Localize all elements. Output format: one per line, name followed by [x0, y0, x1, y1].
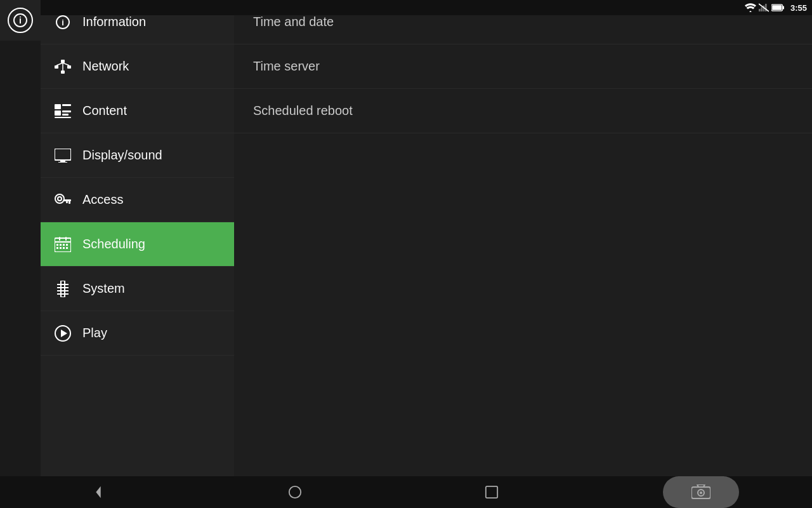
svg-line-16	[56, 63, 63, 65]
svg-rect-49	[57, 293, 69, 295]
sidebar-label-access: Access	[82, 192, 123, 207]
svg-rect-31	[69, 201, 70, 204]
key-icon	[53, 190, 72, 210]
info-icon: i	[53, 13, 72, 32]
svg-point-28	[55, 194, 64, 203]
svg-rect-7	[772, 5, 782, 10]
main-container: i Information Network	[41, 0, 812, 476]
svg-rect-35	[59, 237, 60, 241]
svg-text:i: i	[19, 15, 22, 25]
svg-rect-19	[55, 104, 61, 109]
svg-marker-51	[61, 330, 67, 337]
calendar-icon	[53, 235, 72, 254]
battery-icon	[771, 4, 784, 11]
svg-rect-6	[782, 6, 784, 10]
signal-icon	[759, 3, 769, 12]
play-icon	[53, 324, 72, 343]
svg-point-29	[58, 197, 62, 201]
sidebar-item-access[interactable]: Access	[41, 178, 234, 222]
svg-rect-25	[55, 149, 71, 160]
sidebar-label-display-sound: Display/sound	[82, 148, 162, 163]
sidebar-label-scheduling: Scheduling	[82, 237, 145, 251]
content-area: Time and date Time server Scheduled rebo…	[234, 0, 812, 476]
svg-text:i: i	[62, 18, 64, 27]
svg-rect-21	[55, 110, 61, 116]
sidebar-label-content: Content	[82, 104, 127, 118]
network-icon	[53, 57, 72, 76]
nav-back-button[interactable]	[73, 476, 124, 508]
sidebar-item-system[interactable]: System	[41, 267, 234, 311]
back-arrow-icon: i	[13, 13, 28, 28]
wifi-icon	[745, 3, 756, 12]
sidebar: i Information Network	[41, 0, 234, 476]
content-item-time-server[interactable]: Time server	[234, 44, 812, 89]
content-label-time-server: Time server	[253, 59, 320, 74]
content-label-scheduled-reboot: Scheduled reboot	[253, 104, 353, 118]
svg-rect-24	[55, 117, 71, 118]
svg-rect-42	[60, 247, 62, 249]
nav-camera-button[interactable]	[663, 476, 739, 508]
sidebar-item-display-sound[interactable]: Display/sound	[41, 133, 234, 178]
back-button[interactable]: i	[0, 0, 41, 41]
svg-rect-36	[65, 237, 67, 241]
content-item-scheduled-reboot[interactable]: Scheduled reboot	[234, 89, 812, 133]
status-bar: 3:55	[0, 0, 812, 15]
svg-rect-39	[63, 244, 65, 246]
back-circle-icon: i	[8, 8, 33, 33]
svg-rect-32	[66, 201, 68, 203]
svg-rect-40	[66, 244, 68, 246]
svg-rect-34	[55, 241, 71, 243]
nav-recents-button[interactable]	[466, 476, 517, 508]
svg-rect-15	[67, 65, 71, 69]
sidebar-item-play[interactable]: Play	[41, 311, 234, 356]
svg-rect-47	[57, 287, 69, 288]
svg-rect-30	[63, 199, 71, 201]
svg-rect-22	[62, 110, 71, 112]
nav-camera-icon	[691, 485, 710, 500]
svg-point-53	[289, 486, 301, 498]
svg-rect-45	[61, 281, 65, 297]
svg-rect-14	[61, 70, 65, 74]
svg-rect-13	[55, 65, 58, 69]
nav-home-icon	[288, 485, 302, 499]
svg-rect-37	[56, 244, 58, 246]
nav-back-icon	[91, 485, 105, 499]
svg-rect-12	[61, 60, 65, 63]
nav-home-button[interactable]	[270, 476, 320, 508]
sidebar-item-content[interactable]: Content	[41, 89, 234, 133]
status-time: 3:55	[790, 3, 807, 13]
svg-rect-44	[66, 247, 68, 249]
svg-point-58	[700, 491, 702, 494]
svg-rect-1	[761, 7, 763, 11]
svg-rect-26	[60, 160, 65, 162]
svg-marker-56	[697, 485, 705, 487]
svg-rect-27	[58, 162, 67, 163]
content-icon	[53, 102, 72, 121]
content-label-time-date: Time and date	[253, 15, 334, 29]
display-icon	[53, 146, 72, 165]
sidebar-item-scheduling[interactable]: Scheduling	[41, 222, 234, 267]
sidebar-label-play: Play	[82, 326, 107, 340]
svg-rect-38	[60, 244, 62, 246]
svg-marker-52	[96, 486, 100, 498]
svg-rect-43	[63, 247, 65, 249]
svg-rect-46	[57, 284, 69, 285]
svg-rect-48	[57, 290, 69, 291]
status-icons: 3:55	[745, 3, 807, 13]
svg-rect-54	[486, 486, 497, 498]
sidebar-label-system: System	[82, 281, 125, 296]
svg-line-18	[63, 63, 69, 65]
system-icon	[53, 279, 72, 298]
svg-rect-0	[759, 9, 761, 11]
svg-rect-41	[56, 247, 58, 249]
svg-rect-23	[62, 114, 69, 116]
sidebar-label-network: Network	[82, 59, 129, 74]
nav-recents-icon	[485, 485, 499, 499]
svg-rect-20	[62, 104, 71, 106]
sidebar-label-information: Information	[82, 15, 146, 29]
sidebar-item-network[interactable]: Network	[41, 44, 234, 89]
nav-bar	[0, 476, 812, 508]
